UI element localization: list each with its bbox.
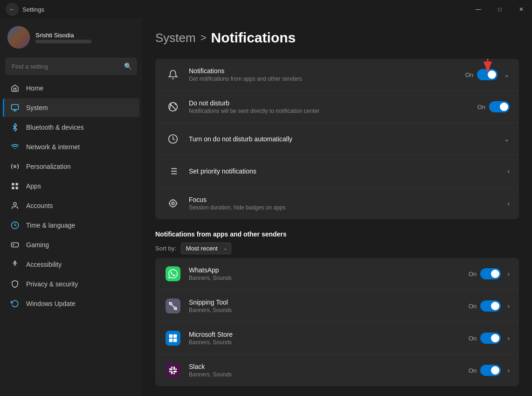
priority-control: ›: [504, 167, 510, 175]
sidebar-item-system[interactable]: System: [3, 98, 139, 117]
sidebar-label-time: Time & language: [26, 222, 75, 229]
notifications-icon: [165, 66, 181, 83]
snipping-row[interactable]: Snipping Tool Banners, Sounds On ›: [155, 290, 519, 322]
svg-rect-4: [12, 187, 14, 189]
sidebar-item-privacy[interactable]: Privacy & security: [3, 275, 139, 293]
notifications-row[interactable]: Notifications Get notifications from app…: [155, 59, 519, 91]
dnd-control: On: [477, 101, 510, 112]
snipping-state: On: [469, 303, 477, 310]
svg-rect-8: [12, 243, 19, 247]
breadcrumb-current: Notifications: [211, 30, 296, 46]
auto-dnd-control: ⌄: [501, 135, 510, 143]
focus-title: Focus: [189, 196, 504, 203]
dnd-title: Do not disturb: [189, 99, 477, 107]
snipping-app-icon: [165, 298, 181, 314]
priority-title: Set priority notifications: [189, 167, 504, 175]
sidebar-item-network[interactable]: Network & internet: [3, 138, 139, 156]
notifications-chevron[interactable]: ⌄: [504, 71, 510, 78]
focus-icon: [165, 195, 181, 212]
slack-detail: Banners, Sounds: [189, 371, 469, 378]
slack-control: On ›: [469, 365, 510, 376]
slack-name: Slack: [189, 363, 469, 370]
slack-app-icon: [165, 362, 181, 379]
whatsapp-chevron[interactable]: ›: [507, 270, 510, 278]
msstore-name: Microsoft Store: [189, 331, 469, 338]
whatsapp-text: WhatsApp Banners, Sounds: [189, 266, 469, 281]
msstore-text: Microsoft Store Banners, Sounds: [189, 331, 469, 346]
sidebar: Srishti Sisodia 🔍 Home: [0, 19, 142, 396]
msstore-detail: Banners, Sounds: [189, 339, 469, 346]
sidebar-item-gaming[interactable]: Gaming: [3, 236, 139, 254]
sidebar-item-apps[interactable]: Apps: [3, 177, 139, 195]
focus-chevron[interactable]: ›: [507, 200, 510, 207]
notifications-card: Notifications Get notifications from app…: [155, 59, 519, 219]
msstore-row[interactable]: Microsoft Store Banners, Sounds On ›: [155, 322, 519, 354]
notifications-text: Notifications Get notifications from app…: [189, 67, 465, 82]
msstore-toggle[interactable]: [480, 333, 501, 344]
bluetooth-icon: [10, 123, 20, 132]
sidebar-item-accounts[interactable]: Accounts: [3, 196, 139, 215]
minimize-button[interactable]: —: [468, 0, 489, 19]
focus-text: Focus Session duration, hide badges on a…: [189, 196, 504, 211]
sort-select-wrap: Most recent ⌄: [181, 243, 231, 254]
sidebar-item-accessibility[interactable]: Accessibility: [3, 255, 139, 274]
dnd-toggle[interactable]: [489, 101, 510, 112]
msstore-app-icon: [165, 330, 181, 347]
notifications-subtitle: Get notifications from apps and other se…: [189, 76, 465, 82]
slack-row[interactable]: Slack Banners, Sounds On ›: [155, 354, 519, 386]
update-icon: [10, 299, 20, 308]
priority-chevron[interactable]: ›: [507, 167, 510, 175]
user-info: Srishti Sisodia: [35, 32, 91, 43]
sidebar-label-network: Network & internet: [26, 143, 80, 151]
auto-dnd-title: Turn on do not disturb automatically: [189, 135, 501, 143]
whatsapp-state: On: [469, 271, 477, 278]
svg-rect-3: [16, 183, 18, 185]
sort-select[interactable]: Most recent: [181, 243, 231, 254]
snipping-toggle[interactable]: [480, 300, 501, 312]
user-name: Srishti Sisodia: [35, 32, 91, 39]
whatsapp-toggle[interactable]: [480, 268, 501, 279]
privacy-icon: [10, 279, 20, 289]
snipping-control: On ›: [469, 300, 510, 312]
whatsapp-app-icon: [165, 265, 181, 282]
app-notifications-card: WhatsApp Banners, Sounds On ›: [155, 258, 519, 386]
apps-section-header: Notifications from apps and other sender…: [155, 230, 519, 238]
notifications-toggle[interactable]: [477, 69, 497, 80]
sidebar-item-personalization[interactable]: Personalization: [3, 157, 139, 176]
sidebar-item-update[interactable]: Windows Update: [3, 294, 139, 313]
whatsapp-row[interactable]: WhatsApp Banners, Sounds On ›: [155, 258, 519, 290]
svg-rect-2: [12, 183, 14, 185]
msstore-chevron[interactable]: ›: [507, 334, 510, 342]
auto-dnd-row[interactable]: Turn on do not disturb automatically ⌄: [155, 123, 519, 155]
back-button[interactable]: ←: [6, 3, 19, 16]
sidebar-label-home: Home: [26, 84, 43, 92]
sidebar-item-home[interactable]: Home: [3, 79, 139, 97]
breadcrumb: System > Notifications: [155, 30, 519, 46]
focus-row[interactable]: Focus Session duration, hide badges on a…: [155, 188, 519, 219]
titlebar-title: Settings: [22, 6, 44, 13]
user-profile[interactable]: Srishti Sisodia: [0, 19, 142, 56]
close-button[interactable]: ✕: [511, 0, 532, 19]
dnd-state: On: [477, 104, 485, 111]
snipping-chevron[interactable]: ›: [507, 302, 510, 310]
svg-point-21: [172, 202, 174, 205]
priority-row[interactable]: Set priority notifications ›: [155, 155, 519, 188]
notifications-control: On ⌄: [465, 69, 510, 80]
user-subtitle: [35, 40, 91, 43]
auto-dnd-icon: [165, 131, 181, 147]
auto-dnd-chevron[interactable]: ⌄: [504, 135, 510, 143]
maximize-button[interactable]: □: [489, 0, 511, 19]
slack-text: Slack Banners, Sounds: [189, 363, 469, 378]
slack-toggle[interactable]: [480, 365, 501, 376]
search-input[interactable]: [6, 58, 137, 75]
dnd-row[interactable]: Do not disturb Notifications will be sen…: [155, 91, 519, 123]
sidebar-label-bluetooth: Bluetooth & devices: [26, 124, 84, 131]
network-icon: [10, 142, 20, 152]
titlebar: ← Settings — □ ✕: [0, 0, 532, 19]
sidebar-item-bluetooth[interactable]: Bluetooth & devices: [3, 118, 139, 137]
sidebar-label-personalization: Personalization: [26, 163, 71, 170]
slack-chevron[interactable]: ›: [507, 367, 510, 374]
slack-state: On: [469, 367, 477, 374]
sidebar-label-apps: Apps: [26, 182, 41, 190]
sidebar-item-time[interactable]: Time & language: [3, 216, 139, 235]
